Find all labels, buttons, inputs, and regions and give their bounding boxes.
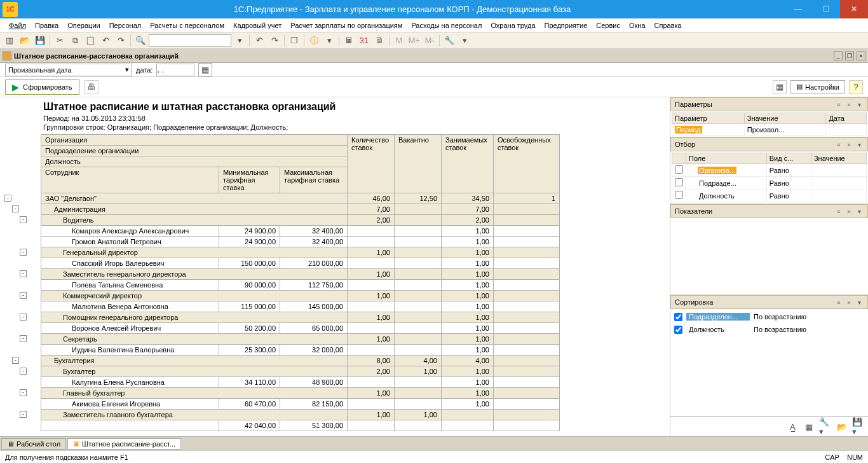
filter-check[interactable] [675, 191, 683, 199]
sort-row[interactable]: ДолжностьПо возрастанию [672, 323, 867, 336]
tree-toggle[interactable]: - [20, 314, 27, 321]
table-row[interactable]: 42 040,0051 300,00 [41, 420, 560, 431]
minimize-button[interactable]: — [784, 0, 812, 18]
search-input[interactable] [149, 34, 231, 47]
paste-icon[interactable]: 📋 [83, 34, 97, 48]
tree-toggle[interactable]: - [20, 270, 27, 277]
menu-help[interactable]: Справка [651, 20, 686, 31]
redo-icon[interactable]: ↷ [114, 34, 128, 48]
dropdown-icon[interactable]: ▾ [233, 34, 247, 48]
table-icon[interactable]: ▦ [802, 420, 816, 434]
table-row[interactable]: Администрация-7,007,00 [41, 204, 560, 215]
menu-salary-calc[interactable]: Расчет зарплаты по организациям [287, 20, 406, 31]
m-minus-icon[interactable]: M- [423, 34, 437, 48]
dropdown2-icon[interactable]: ▾ [322, 34, 336, 48]
next-icon[interactable]: » [844, 101, 853, 108]
sort-row[interactable]: Подразделен...По возрастанию [672, 310, 867, 323]
m-plus-icon[interactable]: M+ [407, 34, 421, 48]
table-row[interactable]: Коммерческий директор-1,001,00 [41, 291, 560, 301]
menu-personnel[interactable]: Персонал [105, 20, 146, 31]
help-icon[interactable]: ? [849, 80, 863, 94]
table-row[interactable]: Калугина Елена Руслановна34 110,0048 900… [41, 377, 560, 388]
menu-windows[interactable]: Окна [625, 20, 649, 31]
search-icon[interactable]: 🔍 [133, 34, 147, 48]
windows-icon[interactable]: ❐ [287, 34, 301, 48]
tree-toggle[interactable]: - [20, 335, 27, 342]
tab-desktop[interactable]: 🖥 Рабочий стол [1, 438, 66, 450]
doc-close-icon[interactable]: × [857, 52, 865, 60]
form-button[interactable]: ▶ Сформировать [5, 79, 79, 95]
font-icon[interactable]: A̲ [785, 420, 799, 434]
doc-min-icon[interactable]: _ [834, 52, 843, 60]
cut-icon[interactable]: ✂ [53, 34, 67, 48]
tree-toggle[interactable]: - [20, 368, 27, 375]
table-row[interactable]: Спасский Игорь Валерьевич150 000,00210 0… [41, 258, 560, 269]
tree-toggle[interactable]: - [20, 411, 27, 418]
maximize-button[interactable]: ☐ [812, 0, 840, 18]
menu-enterprise[interactable]: Предприятие [541, 20, 592, 31]
tree-toggle[interactable]: - [20, 292, 27, 299]
table-row[interactable]: Комаров Александр Александрович24 900,00… [41, 226, 560, 237]
date-input[interactable] [156, 64, 194, 76]
calc-icon[interactable]: 🖩 [342, 34, 356, 48]
wrench2-icon[interactable]: 🔧▾ [818, 420, 832, 434]
undo-icon[interactable]: ↶ [98, 34, 112, 48]
menu-file[interactable]: Файл [5, 20, 30, 31]
table-row[interactable]: Водитель-2,002,00 [41, 215, 560, 226]
tab-document[interactable]: ▣ Штатное расписание-расст... [67, 438, 181, 450]
table-row[interactable]: Заместитель главного бухгалтера-1,001,00 [41, 410, 560, 420]
menu-operations[interactable]: Операции [64, 20, 104, 31]
menu-edit[interactable]: Правка [31, 20, 62, 31]
open-icon[interactable]: 📂 [18, 34, 32, 48]
menu-hr[interactable]: Кадровый учет [229, 20, 285, 31]
filter-check[interactable] [675, 165, 683, 174]
table-row[interactable]: Помощник генерального директора-1,001,00 [41, 312, 560, 323]
close-button[interactable]: ✕ [840, 0, 868, 18]
table-row[interactable]: Секретарь-1,001,00 [41, 334, 560, 345]
menu-expenses[interactable]: Расходы на персонал [407, 20, 485, 31]
table-row[interactable]: Иудина Валентина Валерьевна25 300,0032 0… [41, 345, 560, 356]
grid-icon[interactable]: ▦ [773, 80, 787, 94]
folder-icon[interactable]: 📂 [835, 420, 849, 434]
info-icon[interactable]: ⓘ [307, 34, 321, 48]
table-row[interactable]: ЗАО "Дельтаон"-46,0012,5034,501 [41, 193, 560, 204]
menu-icon[interactable]: ▾ [855, 101, 864, 108]
wrench-icon[interactable]: 🔧 [442, 34, 456, 48]
calendar-icon[interactable]: 31 [357, 34, 371, 48]
settings-button[interactable]: ▤ Настройки [790, 80, 845, 93]
doc-icon[interactable]: 🗎 [372, 34, 386, 48]
table-row[interactable]: Полева Татьяна Семеновна90 000,00112 750… [41, 280, 560, 291]
new-icon[interactable]: ▥ [3, 34, 17, 48]
m-icon[interactable]: M [392, 34, 406, 48]
table-row[interactable]: Воронов Алексей Игоревич50 200,0065 000,… [41, 323, 560, 334]
menu-calc-personnel[interactable]: Расчеты с персоналом [146, 20, 228, 31]
tree-toggle[interactable]: - [20, 389, 27, 396]
table-row[interactable]: Генеральный директор-1,001,00 [41, 247, 560, 258]
menu-safety[interactable]: Охрана труда [487, 20, 539, 31]
filter-check[interactable] [675, 178, 683, 186]
save2-icon[interactable]: 💾▾ [851, 420, 865, 434]
doc-max-icon[interactable]: ❐ [845, 52, 854, 60]
table-row[interactable]: Заместитель генерального директора-1,001… [41, 269, 560, 280]
tree-toggle[interactable]: - [12, 205, 19, 212]
table-row[interactable]: Бухгалтер-2,001,001,00 [41, 366, 560, 377]
copy-icon[interactable]: ⧉ [68, 34, 82, 48]
save-icon[interactable]: 💾 [33, 34, 47, 48]
dropdown3-icon[interactable]: ▾ [458, 34, 471, 48]
tree-toggle[interactable]: - [20, 249, 27, 256]
tree-toggle[interactable]: - [20, 216, 27, 223]
table-row[interactable]: Главный бухгалтер-1,001,00 [41, 388, 560, 399]
menu-service[interactable]: Сервис [592, 20, 624, 31]
nav-fwd-icon[interactable]: ↷ [268, 34, 281, 48]
table-row[interactable]: Акимова Евгения Игоревна60 470,0082 150,… [41, 399, 560, 410]
filter-table[interactable]: ПолеВид с...Значение Организа...Равно По… [672, 153, 867, 202]
table-row[interactable]: Громов Анатолий Петрович24 900,0032 400,… [41, 237, 560, 247]
params-table[interactable]: ПараметрЗначениеДата ПериодПроизвол... [672, 113, 867, 135]
tree-toggle[interactable]: - [4, 195, 11, 202]
table-row[interactable]: Бухгалтерия-8,004,004,00 [41, 356, 560, 366]
prev-icon[interactable]: « [834, 101, 843, 108]
print-icon[interactable]: 🖶 [85, 80, 98, 94]
calendar-picker-icon[interactable]: ▦ [198, 63, 212, 77]
nav-back-icon[interactable]: ↶ [252, 34, 266, 48]
table-row[interactable]: Малютина Венера Антоновна115 000,00145 0… [41, 301, 560, 312]
